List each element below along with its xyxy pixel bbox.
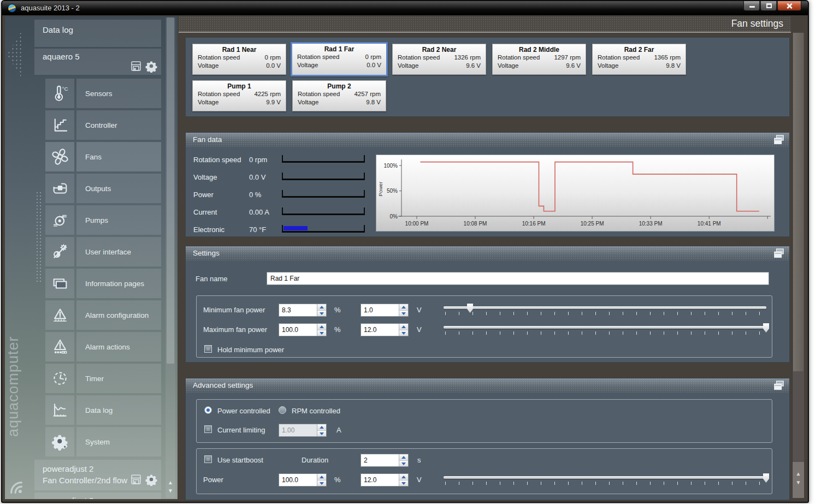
boost-volt-spinner[interactable]: 12.0 <box>361 473 409 487</box>
fan-tile-name: Rad 2 Near <box>393 46 486 54</box>
sidebar-item-fans[interactable]: Fans <box>45 142 161 171</box>
app-window: aquasuite 2013 - 2 aquacomputer Data log… <box>1 0 809 503</box>
spin-down-icon[interactable] <box>399 461 408 467</box>
max-power-slider[interactable] <box>444 322 766 336</box>
min-power-slider[interactable] <box>444 303 766 317</box>
fan-tile-rad-2-far[interactable]: Rad 2 FarRotation speed1365 rpmVoltage9.… <box>592 44 686 75</box>
fan-tile-rad-1-far[interactable]: Rad 1 FarRotation speed0 rpmVoltage0.0 V <box>291 42 388 76</box>
spin-up-icon[interactable] <box>399 454 408 461</box>
user-interface-icon <box>45 237 74 266</box>
sidebar-item-poweradjust-2[interactable]: poweradjust 2 <box>34 493 161 499</box>
sidebar-item-controller[interactable]: Controller <box>45 110 161 140</box>
sidebar-item-outputs[interactable]: Outputs <box>45 174 161 203</box>
fan-tile-pump-1[interactable]: Pump 1Rotation speed4225 rpmVoltage9.9 V <box>192 80 286 111</box>
svg-text:°C: °C <box>62 86 68 92</box>
sidebar-item-alarm-configuration[interactable]: Alarm configuration <box>45 300 161 330</box>
outputs-icon <box>45 174 74 203</box>
volt-unit: V <box>417 306 422 314</box>
scroll-up-icon[interactable]: ▲ <box>166 478 175 487</box>
spin-down-icon[interactable] <box>399 311 408 317</box>
fan-tile-pump-2[interactable]: Pump 2Rotation speed4257 rpmVoltage9.8 V <box>292 80 386 111</box>
page-title: Fan settings <box>731 18 783 29</box>
fan-tiles-row-2: Pump 1Rotation speed4225 rpmVoltage9.9 V… <box>192 80 789 111</box>
svg-text:10:00 PM: 10:00 PM <box>405 221 429 227</box>
sidebar-item-alarm-actions[interactable]: Alarm actions <box>45 332 161 361</box>
spin-up-icon[interactable] <box>317 304 326 311</box>
popout-window-icon[interactable] <box>773 134 785 145</box>
duration-unit: s <box>417 456 421 464</box>
percent-unit: % <box>334 325 341 334</box>
minimize-button[interactable] <box>743 1 760 11</box>
main-scrollbar[interactable]: ▲ ▼ <box>792 33 804 498</box>
fan-tile-rad-1-near[interactable]: Rad 1 NearRotation speed0 rpmVoltage0.0 … <box>192 44 286 75</box>
alarm-configuration-icon <box>45 300 74 330</box>
max-fan-power-label: Maximum fan power <box>203 325 267 334</box>
sidebar-item-system[interactable]: System <box>45 427 161 456</box>
rpm-controlled-label: RPM controlled <box>292 407 340 415</box>
fan-data-section: Fan data Rotation speed 0 rpm Voltage 0.… <box>185 132 790 237</box>
sidebar-scrollbar[interactable]: ▲ ▼ <box>166 17 175 498</box>
spin-down-icon[interactable] <box>399 330 408 336</box>
current-limiting-checkbox[interactable] <box>204 425 212 433</box>
spin-up-icon[interactable] <box>317 474 326 481</box>
sidebar-item-timer[interactable]: Timer <box>45 364 161 393</box>
metric-label: Voltage <box>193 173 248 181</box>
boost-power-slider[interactable] <box>444 472 766 487</box>
metric-bar <box>282 173 365 180</box>
maximize-button[interactable] <box>760 1 777 11</box>
metric-value: 70 °F <box>249 226 282 234</box>
spin-down-icon[interactable] <box>317 330 326 336</box>
spin-down-icon[interactable] <box>399 481 408 487</box>
sidebar-item-poweradjust-2-fan-controller[interactable]: poweradjust 2 Fan Controller/2nd flow <box>34 460 161 490</box>
svg-text:10:08 PM: 10:08 PM <box>464 221 487 227</box>
scroll-down-icon[interactable]: ▼ <box>793 478 804 487</box>
spin-up-icon[interactable] <box>317 424 326 431</box>
use-startboost-checkbox[interactable] <box>204 455 212 463</box>
fan-tile-rad-2-middle[interactable]: Rad 2 MiddleRotation speed1297 rpmVoltag… <box>492 44 586 75</box>
fan-tile-rad-2-near[interactable]: Rad 2 NearRotation speed1326 rpmVoltage9… <box>392 44 486 75</box>
power-chart: 0%50%100%10:00 PM10:08 PM10:16 PM10:25 P… <box>376 155 775 232</box>
power-controlled-radio[interactable] <box>204 406 212 414</box>
metric-bar <box>282 225 365 233</box>
spin-down-icon[interactable] <box>317 311 326 317</box>
scroll-down-icon[interactable]: ▼ <box>166 487 175 495</box>
spin-down-icon[interactable] <box>317 481 326 487</box>
min-power-volt-spinner[interactable]: 1.0 <box>361 304 409 317</box>
sidebar-item-data-log[interactable]: Data log <box>45 395 161 425</box>
sidebar-scrollbar-thumb[interactable] <box>167 17 174 364</box>
spin-up-icon[interactable] <box>399 324 408 330</box>
svg-text:10:25 PM: 10:25 PM <box>581 221 604 227</box>
popout-window-icon[interactable] <box>773 380 785 391</box>
sidebar-item-information-pages[interactable]: Information pages <box>45 269 161 298</box>
save-icon[interactable] <box>129 473 143 486</box>
current-limit-spinner[interactable]: 1.00 <box>279 424 327 437</box>
max-power-percent-spinner[interactable]: 100.0 <box>279 323 327 336</box>
popout-window-icon[interactable] <box>773 248 785 259</box>
spin-up-icon[interactable] <box>317 324 326 330</box>
boost-percent-spinner[interactable]: 100.0 <box>279 473 327 487</box>
fan-name-input[interactable] <box>267 272 769 285</box>
spin-up-icon[interactable] <box>399 304 408 311</box>
main-scrollbar-thumb[interactable] <box>793 33 803 371</box>
sidebar-item-user-interface[interactable]: User interface <box>45 237 161 266</box>
hold-minimum-power-checkbox[interactable] <box>204 345 212 353</box>
spin-down-icon[interactable] <box>317 431 326 437</box>
min-power-percent-spinner[interactable]: 8.3 <box>279 304 327 317</box>
duration-spinner[interactable]: 2 <box>361 454 409 467</box>
controller-icon <box>45 110 74 140</box>
screen: aquasuite 2013 - 2 aquacomputer Data log… <box>0 0 839 504</box>
metric-label: Current <box>193 208 248 216</box>
max-power-volt-spinner[interactable]: 12.0 <box>361 323 409 336</box>
scroll-up-icon[interactable]: ▲ <box>793 470 804 478</box>
close-button[interactable] <box>777 1 801 11</box>
sidebar-item-pumps[interactable]: Pumps <box>45 205 161 235</box>
svg-text:100%: 100% <box>383 163 398 169</box>
volt-unit: V <box>417 325 422 334</box>
sidebar-item-sensors[interactable]: °C Sensors <box>45 79 161 108</box>
fan-data-header: Fan data <box>186 133 789 147</box>
timer-icon <box>45 364 74 393</box>
spin-up-icon[interactable] <box>399 474 408 481</box>
gear-icon[interactable] <box>145 473 158 486</box>
rpm-controlled-radio[interactable] <box>279 406 286 414</box>
minimize-icon <box>749 6 755 8</box>
